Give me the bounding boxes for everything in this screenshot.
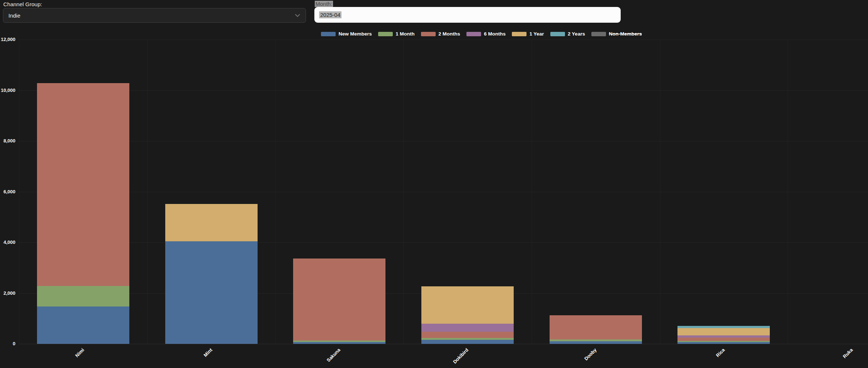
horizontal-gridline	[19, 192, 868, 192]
bar-segment-1-month[interactable]	[37, 286, 129, 306]
y-axis-tick-label: 6,000	[0, 189, 15, 194]
x-axis-label-ruka: Ruka	[842, 347, 854, 359]
x-axis-label-sakuna: Sakuna	[326, 347, 341, 363]
bar-segment-2-years[interactable]	[677, 326, 770, 328]
bar-segment-new-members[interactable]	[421, 340, 514, 344]
bar-segment-new-members[interactable]	[165, 241, 258, 344]
bar-segment-1-month[interactable]	[293, 341, 385, 342]
bar-segment-2-months[interactable]	[293, 259, 385, 341]
bar-segment-2-months[interactable]	[550, 315, 642, 339]
horizontal-gridline	[19, 242, 868, 243]
bar-segment-1-year[interactable]	[421, 286, 514, 324]
horizontal-gridline	[19, 40, 868, 40]
bar-segment-6-months[interactable]	[677, 335, 770, 338]
bar-segment-new-members[interactable]	[550, 341, 642, 344]
bar-segment-new-members[interactable]	[37, 306, 129, 344]
y-axis-tick-label: 4,000	[0, 239, 15, 245]
y-axis-tick-label: 2,000	[0, 290, 15, 296]
bar-segment-1-month[interactable]	[550, 339, 642, 341]
x-axis-label-dooby: Dooby	[583, 347, 598, 361]
y-axis-tick-label: 12,000	[0, 37, 15, 42]
x-axis-label-rica: Rica	[715, 347, 726, 358]
bar-segment-1-year[interactable]	[165, 204, 258, 241]
stacked-bar-chart: 02,0004,0006,0008,00010,00012,000NimiMin…	[0, 0, 868, 368]
x-axis-label-mint: Mint	[203, 347, 213, 358]
x-axis-label-nimi: Nimi	[74, 347, 85, 358]
bar-segment-2-months[interactable]	[677, 338, 770, 341]
horizontal-gridline	[19, 90, 868, 91]
bar-segment-2-months[interactable]	[421, 332, 514, 338]
bar-segment-1-month[interactable]	[677, 341, 770, 342]
bar-segment-new-members[interactable]	[677, 342, 770, 344]
horizontal-gridline	[19, 344, 868, 344]
x-axis-label-dokibird: Dokibird	[452, 347, 470, 365]
bar-segment-2-months[interactable]	[37, 83, 129, 286]
bar-segment-1-month[interactable]	[421, 338, 514, 340]
horizontal-gridline	[19, 141, 868, 141]
y-axis-tick-label: 8,000	[0, 138, 15, 144]
bar-segment-new-members[interactable]	[293, 342, 385, 344]
y-axis-tick-label: 0	[0, 341, 15, 346]
bar-segment-1-year[interactable]	[677, 328, 770, 335]
bar-segment-6-months[interactable]	[421, 324, 514, 332]
y-axis-tick-label: 10,000	[0, 88, 15, 93]
